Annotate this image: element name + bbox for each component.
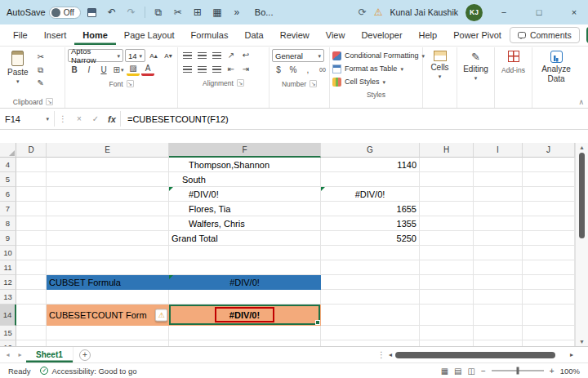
enter-formula-icon[interactable]: ✓ xyxy=(87,109,104,129)
error-warning-icon[interactable]: ⚠ xyxy=(155,309,167,321)
tab-review[interactable]: Review xyxy=(272,25,318,45)
cell-I11[interactable] xyxy=(474,260,523,275)
cell-I14[interactable] xyxy=(474,305,523,326)
scroll-right-icon[interactable]: ▸ xyxy=(570,351,573,358)
vertical-scrollbar-thumb[interactable] xyxy=(579,153,585,238)
copy-icon[interactable]: ⧉ xyxy=(34,64,47,76)
cell-F11[interactable] xyxy=(169,260,321,275)
increase-indent-button[interactable]: ⇥ xyxy=(239,63,252,75)
cell-J4[interactable] xyxy=(523,158,575,172)
align-middle-button[interactable] xyxy=(195,49,208,61)
undo-button[interactable]: ↶ xyxy=(104,3,120,21)
row-header-15[interactable]: 15 xyxy=(0,326,16,340)
cell-D14[interactable] xyxy=(16,305,47,326)
cell-E4[interactable] xyxy=(47,158,169,172)
cell-E16[interactable] xyxy=(47,340,169,346)
page-break-view-icon[interactable]: ◫ xyxy=(468,367,475,376)
clipboard-dialog-launcher-icon[interactable]: ↘ xyxy=(46,98,53,105)
table-quick-button[interactable]: ▦ xyxy=(209,3,225,21)
italic-button[interactable]: I xyxy=(82,64,96,76)
cell-J16[interactable] xyxy=(523,340,575,346)
cell-I12[interactable] xyxy=(474,275,523,290)
qat-overflow-button[interactable]: » xyxy=(229,3,245,21)
sheet-tab-sheet1[interactable]: Sheet1 xyxy=(26,347,74,362)
borders-quick-button[interactable]: ⊞ xyxy=(189,3,206,21)
cell-H16[interactable] xyxy=(420,340,474,346)
cell-H5[interactable] xyxy=(420,172,474,187)
cell-I10[interactable] xyxy=(474,246,523,260)
row-header-5[interactable]: 5 xyxy=(0,172,16,187)
cell-G15[interactable] xyxy=(321,326,420,340)
cell-E9[interactable] xyxy=(47,231,169,246)
decrease-indent-button[interactable]: ⇤ xyxy=(225,63,238,75)
cell-H12[interactable] xyxy=(420,275,474,290)
cell-I9[interactable] xyxy=(474,231,523,246)
cell-G12[interactable] xyxy=(321,275,420,290)
cell-styles-button[interactable]: Cell Styles ▾ xyxy=(332,75,420,88)
cell-F6[interactable]: #DIV/0! xyxy=(169,187,321,202)
cell-E6[interactable] xyxy=(47,187,169,202)
tab-insert[interactable]: Insert xyxy=(36,25,75,45)
zoom-level[interactable]: 100% xyxy=(560,367,580,376)
cell-G16[interactable] xyxy=(321,340,420,346)
cell-H6[interactable] xyxy=(420,187,474,202)
cell-E8[interactable] xyxy=(47,216,169,231)
cell-E7[interactable] xyxy=(47,202,169,216)
cell-G5[interactable] xyxy=(321,172,420,187)
font-name-select[interactable]: Aptos Narrow ▾ xyxy=(68,49,123,62)
tab-help[interactable]: Help xyxy=(411,25,446,45)
increase-font-icon[interactable]: A▴ xyxy=(147,50,160,62)
cell-G8[interactable]: 1355 xyxy=(321,216,420,231)
cell-J10[interactable] xyxy=(523,246,575,260)
zoom-in-icon[interactable]: + xyxy=(550,367,555,376)
row-header-4[interactable]: 4 xyxy=(0,158,16,172)
row-header-9[interactable]: 9 xyxy=(0,231,16,246)
save-button[interactable] xyxy=(84,3,100,21)
tab-developer[interactable]: Developer xyxy=(353,25,410,45)
vertical-scrollbar[interactable]: ▲ ▼ xyxy=(575,143,588,346)
cell-J13[interactable] xyxy=(523,290,575,305)
decrease-font-icon[interactable]: A▾ xyxy=(162,50,175,62)
fill-color-button[interactable]: ▨ xyxy=(127,64,140,76)
column-header-E[interactable]: E xyxy=(47,143,169,158)
cell-D13[interactable] xyxy=(16,290,47,305)
column-header-I[interactable]: I xyxy=(474,143,523,158)
addins-button[interactable] xyxy=(497,49,529,64)
align-center-button[interactable] xyxy=(195,63,208,75)
format-painter-icon[interactable]: ✎ xyxy=(34,77,47,89)
cell-H15[interactable] xyxy=(420,326,474,340)
currency-format-button[interactable]: $ xyxy=(272,64,285,76)
cell-D12[interactable] xyxy=(16,275,47,290)
font-dialog-launcher-icon[interactable]: ↘ xyxy=(127,80,134,87)
paste-button[interactable]: Paste ▾ xyxy=(4,49,32,86)
analyze-data-button[interactable]: Analyze Data xyxy=(535,49,577,85)
column-header-J[interactable]: J xyxy=(523,143,575,158)
select-all-corner[interactable] xyxy=(0,143,16,158)
normal-view-icon[interactable]: ▦ xyxy=(441,367,448,376)
row-header-14[interactable]: 14 xyxy=(0,305,16,326)
page-layout-view-icon[interactable]: ▤ xyxy=(454,367,461,376)
cell-D4[interactable] xyxy=(16,158,47,172)
editing-button[interactable]: ✎ Editing ▾ xyxy=(460,49,492,82)
cell-J9[interactable] xyxy=(523,231,575,246)
horizontal-scrollbar-thumb[interactable] xyxy=(395,352,555,358)
redo-button[interactable]: ↷ xyxy=(123,3,140,21)
cell-J7[interactable] xyxy=(523,202,575,216)
percent-format-button[interactable]: % xyxy=(287,64,300,76)
scroll-up-icon[interactable]: ▲ xyxy=(579,145,585,150)
cell-D10[interactable] xyxy=(16,246,47,260)
cell-D5[interactable] xyxy=(16,172,47,187)
attention-warning-icon[interactable]: ⚠ xyxy=(374,7,383,18)
cell-D9[interactable] xyxy=(16,231,47,246)
orientation-button[interactable]: ↗ xyxy=(225,49,238,61)
accessibility-status[interactable]: ✓ Accessibility: Good to go xyxy=(40,367,136,376)
cell-H10[interactable] xyxy=(420,246,474,260)
number-format-select[interactable]: General ▾ xyxy=(272,49,324,62)
tab-page-layout[interactable]: Page Layout xyxy=(116,25,183,45)
cell-F13[interactable] xyxy=(169,290,321,305)
cell-D8[interactable] xyxy=(16,216,47,231)
cell-G10[interactable] xyxy=(321,246,420,260)
column-header-D[interactable]: D xyxy=(16,143,47,158)
cell-E11[interactable] xyxy=(47,260,169,275)
cell-J6[interactable] xyxy=(523,187,575,202)
